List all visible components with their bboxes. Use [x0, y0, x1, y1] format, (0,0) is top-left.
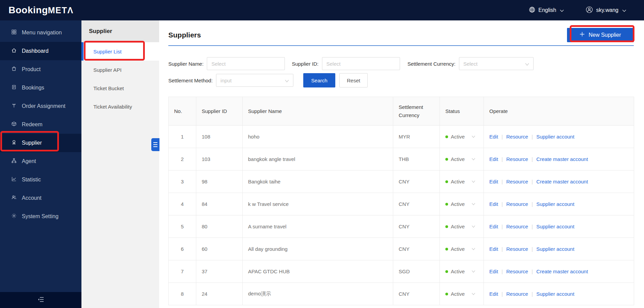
edit-link[interactable]: Edit [489, 201, 498, 207]
account-action-link[interactable]: Supplier account [536, 291, 574, 297]
new-supplier-button[interactable]: New Supplier [567, 28, 634, 42]
cell-status: Active [440, 171, 484, 193]
table-row: 8 24 demo演示 CNY Active [169, 283, 634, 305]
edit-link[interactable]: Edit [489, 156, 498, 162]
sidebar-item-label: Bookings [22, 85, 44, 91]
sidebar-item-statistic[interactable]: Statistic [0, 171, 81, 189]
sidebar-item-label: Redeem [22, 121, 42, 128]
resource-link[interactable]: Resource [506, 246, 528, 252]
settlement-method-select[interactable]: input [216, 74, 293, 87]
cell-operate: Edit|Resource|Supplier account [484, 215, 634, 238]
cell-operate: Edit|Resource|Supplier account [484, 283, 634, 305]
resource-link[interactable]: Resource [506, 269, 528, 274]
sidebar-item-product[interactable]: Product [0, 60, 81, 79]
sidebar-item-bookings[interactable]: Bookings [0, 79, 81, 97]
sidebar-item-menu-navigation[interactable]: Menu navigation [0, 23, 81, 42]
edit-link[interactable]: Edit [489, 134, 498, 140]
cell-supplier-id: 37 [196, 260, 243, 283]
chevron-down-icon[interactable] [472, 225, 475, 228]
cell-supplier-name: APAC GTDC HUB [243, 260, 393, 283]
status-dot [445, 203, 448, 206]
brand-logo[interactable]: BookingMETΛ [9, 5, 74, 16]
account-action-link[interactable]: Supplier account [536, 201, 574, 207]
edit-link[interactable]: Edit [489, 269, 498, 274]
cell-supplier-name: hoho [243, 126, 393, 148]
cell-no: 8 [169, 283, 196, 305]
account-action-link[interactable]: Create master account [536, 179, 588, 184]
plus-icon [580, 32, 585, 38]
sidebar-item-redeem[interactable]: Redeem [0, 115, 81, 134]
chevron-down-icon[interactable] [472, 293, 475, 295]
sidebar-item-order-assignment[interactable]: Order Assignment [0, 97, 81, 115]
account-action-link[interactable]: Supplier account [536, 134, 574, 140]
account-action-link[interactable]: Create master account [536, 156, 588, 162]
supplier-id-input[interactable] [322, 57, 400, 70]
cell-supplier-name: demo演示 [243, 283, 393, 305]
sidebar-item-label: Product [22, 66, 41, 72]
edit-link[interactable]: Edit [489, 224, 498, 229]
edit-link[interactable]: Edit [489, 246, 498, 252]
account-action-link[interactable]: Create master account [536, 269, 588, 274]
resource-link[interactable]: Resource [506, 201, 528, 207]
bag-icon [11, 66, 17, 73]
edit-link[interactable]: Edit [489, 291, 498, 297]
sidebar-item-label: Menu navigation [22, 30, 62, 36]
chevron-down-icon[interactable] [472, 158, 475, 160]
table-row: 3 98 Bangkok taihe CNY Active [169, 171, 634, 193]
cell-settlement-currency: CNY [393, 238, 440, 260]
link-separator: | [502, 224, 503, 229]
chevron-down-icon[interactable] [472, 270, 475, 273]
cell-supplier-id: 80 [196, 215, 243, 238]
user-menu[interactable]: sky.wang [586, 6, 626, 15]
user-avatar-icon [586, 6, 593, 15]
cell-no: 5 [169, 215, 196, 238]
column-header-no: No. [169, 97, 196, 126]
resource-link[interactable]: Resource [506, 134, 528, 140]
submenu-item-supplier-list[interactable]: Supplier List [81, 42, 159, 61]
supplier-name-input[interactable] [207, 57, 285, 70]
resource-link[interactable]: Resource [506, 291, 528, 297]
sidebar-item-label: System Setting [22, 213, 59, 220]
link-separator: | [532, 224, 533, 229]
resource-link[interactable]: Resource [506, 156, 528, 162]
resource-link[interactable]: Resource [506, 224, 528, 229]
panel-toggle-icon[interactable] [151, 138, 159, 151]
sidebar-item-system-setting[interactable]: System Setting [0, 207, 81, 226]
chevron-down-icon[interactable] [472, 203, 475, 205]
submenu-item-ticket-bucket[interactable]: Ticket Bucket [81, 79, 159, 97]
sidebar-collapse-button[interactable] [0, 292, 81, 308]
account-action-link[interactable]: Supplier account [536, 246, 574, 252]
sidebar-item-account[interactable]: Account [0, 189, 81, 207]
table-row: 5 80 A surname travel CNY Active [169, 215, 634, 238]
cell-operate: Edit|Resource|Create master account [484, 260, 634, 283]
cell-operate: Edit|Resource|Supplier account [484, 193, 634, 215]
cell-status: Active [440, 215, 484, 238]
chevron-down-icon[interactable] [472, 180, 475, 183]
settlement-currency-select[interactable]: Select [459, 57, 534, 70]
link-separator: | [502, 156, 503, 162]
supplier-id-label: Supplier ID: [292, 61, 318, 67]
link-separator: | [502, 201, 503, 207]
table-header-row: No. Supplier ID Supplier Name Settlement… [169, 97, 634, 126]
link-separator: | [532, 291, 533, 297]
table-row: 2 103 bangkok angle travel THB Active [169, 148, 634, 171]
sidebar-item-agent[interactable]: Agent [0, 152, 81, 171]
cell-status: Active [440, 260, 484, 283]
resource-link[interactable]: Resource [506, 179, 528, 184]
edit-link[interactable]: Edit [489, 179, 498, 184]
search-button[interactable]: Search [303, 73, 335, 87]
sidebar-item-supplier[interactable]: Supplier [0, 134, 81, 152]
chevron-down-icon [560, 7, 564, 13]
sidebar-item-dashboard[interactable]: Dashboard [0, 42, 81, 60]
submenu-item-supplier-api[interactable]: Supplier API [81, 61, 159, 79]
chevron-down-icon[interactable] [472, 248, 475, 250]
language-switcher[interactable]: English [529, 6, 564, 14]
account-action-link[interactable]: Supplier account [536, 224, 574, 229]
chevron-down-icon[interactable] [472, 135, 475, 138]
reset-button[interactable]: Reset [339, 73, 368, 87]
menu-fold-icon [37, 296, 44, 304]
submenu-item-ticket-availability[interactable]: Ticket Availability [81, 97, 159, 116]
cell-operate: Edit|Resource|Create master account [484, 148, 634, 171]
link-separator: | [502, 269, 503, 274]
status-dot [445, 180, 448, 183]
